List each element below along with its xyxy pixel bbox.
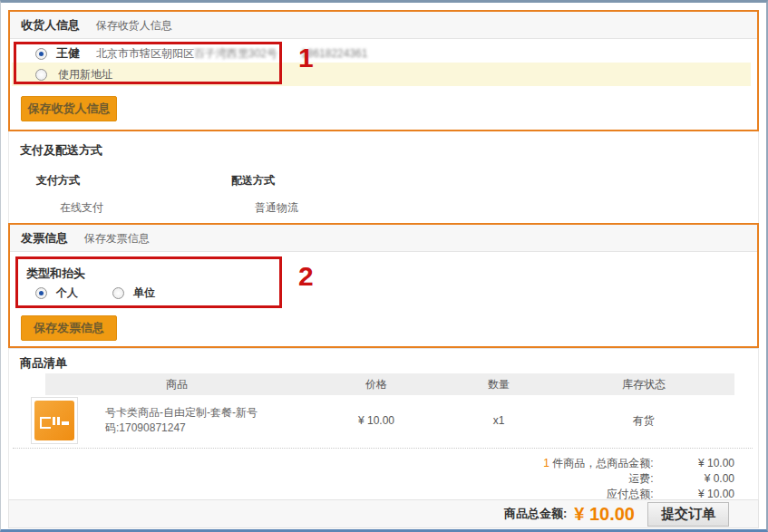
summary-goods-total-label: 总商品金额: (596, 457, 653, 469)
product-price: ¥ 10.00 (308, 414, 444, 427)
annotation-number-1: 1 (298, 44, 314, 72)
save-recipient-link[interactable]: 保存收货人信息 (96, 19, 172, 32)
summary-shipping-value: ¥ 0.00 (656, 471, 734, 487)
recipient-section-header: 收货人信息 保存收货人信息 (10, 12, 757, 39)
summary-shipping: 运费: ¥ 0.00 (543, 471, 734, 487)
annotation-box-1 (14, 42, 282, 84)
order-summary: 1 件商品，总商品金额: ¥ 10.00 运费: ¥ 0.00 应付总额: ¥ … (543, 456, 734, 502)
sim-card-image (34, 401, 74, 440)
save-recipient-button[interactable]: 保存收货人信息 (21, 96, 117, 121)
annotation-number-2: 2 (298, 263, 314, 290)
product-stock: 有货 (553, 413, 734, 429)
product-cell: 号卡类商品-自由定制-套餐-新号码:17090871247 (31, 397, 308, 444)
delivery-method-value: 普通物流 (255, 200, 298, 216)
footer-total-value: ¥ 10.00 (574, 504, 635, 525)
footer-total-label: 商品总金额: (504, 506, 567, 522)
col-quantity: 数量 (444, 377, 553, 392)
summary-goods-total: 1 件商品，总商品金额: ¥ 10.00 (543, 456, 734, 471)
col-stock: 库存状态 (553, 377, 734, 392)
invoice-section-header: 发票信息 保存发票信息 (10, 225, 757, 252)
product-list-section: 商品清单 商品 价格 数量 库存状态 号卡类商品-自由定制-套餐-新号码:170… (8, 348, 759, 499)
product-table-header: 商品 价格 数量 库存状态 (45, 373, 734, 395)
col-price: 价格 (308, 377, 444, 392)
submit-order-button[interactable]: 提交订单 (647, 502, 729, 527)
product-quantity: x1 (444, 414, 553, 427)
annotation-box-2 (15, 256, 282, 308)
summary-item-count: 1 (543, 457, 549, 469)
payment-section-title: 支付及配送方式 (20, 142, 102, 159)
checkout-footer-bar: 商品总金额: ¥ 10.00 提交订单 (8, 499, 759, 528)
save-invoice-link[interactable]: 保存发票信息 (84, 232, 150, 245)
recipient-section: 收货人信息 保存收货人信息 王健 北京市市辖区朝阳区百子湾西里302号 1861… (8, 10, 759, 131)
payment-section: 支付及配送方式 支付方式 在线支付 配送方式 普通物流 (8, 131, 759, 223)
invoice-title: 发票信息 (21, 231, 68, 245)
recipient-title: 收货人信息 (21, 18, 80, 32)
product-list-title: 商品清单 (20, 355, 67, 372)
summary-shipping-label: 运费: (628, 472, 653, 485)
dotted-divider (13, 448, 753, 449)
checkout-page: 收货人信息 保存收货人信息 王健 北京市市辖区朝阳区百子湾西里302号 1861… (0, 0, 768, 532)
delivery-method-label: 配送方式 (231, 173, 275, 189)
payment-method-label: 支付方式 (36, 173, 80, 189)
table-row: 号卡类商品-自由定制-套餐-新号码:17090871247 ¥ 10.00 x1… (45, 395, 734, 446)
product-thumbnail (31, 397, 78, 444)
payment-method-value: 在线支付 (60, 200, 103, 216)
summary-payable-label: 应付总额: (607, 488, 653, 500)
product-name: 号卡类商品-自由定制-套餐-新号码:17090871247 (105, 405, 308, 436)
col-product: 商品 (45, 377, 308, 392)
summary-goods-total-value: ¥ 10.00 (656, 456, 734, 471)
invoice-section: 发票信息 保存发票信息 类型和抬头 个人 单位 2 保存发票信息 (8, 223, 759, 348)
save-invoice-button[interactable]: 保存发票信息 (21, 315, 117, 341)
